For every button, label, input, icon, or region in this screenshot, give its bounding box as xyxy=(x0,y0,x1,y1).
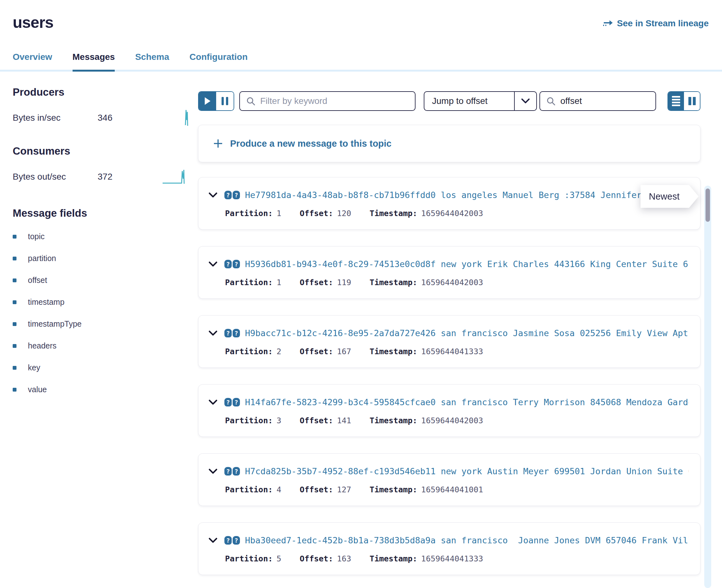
message-preview-text: H7cda825b-35b7-4952-88ef-c193d546eb11 ne… xyxy=(245,466,689,476)
timestamp-field: Timestamp: 1659644042003 xyxy=(370,278,483,287)
bytes-out-metric: Bytes out/sec 372 xyxy=(13,167,198,187)
bytes-in-sparkline xyxy=(183,109,191,127)
bytes-in-value: 346 xyxy=(98,113,112,123)
pause-icon xyxy=(222,97,228,105)
message-preview-text: He77981da-4a43-48ab-b8f8-cb71b96ffdd0 lo… xyxy=(245,190,683,200)
message-row[interactable]: ? ? He77981da-4a43-48ab-b8f8-cb71b96ffdd… xyxy=(198,177,700,230)
produce-message-label: Produce a new message to this topic xyxy=(230,139,391,149)
tab-messages[interactable]: Messages xyxy=(73,52,115,71)
produce-message-button[interactable]: Produce a new message to this topic xyxy=(198,125,700,162)
play-icon xyxy=(204,97,211,105)
field-bullet-icon xyxy=(13,322,17,326)
message-row[interactable]: ? ? H9bacc71c-b12c-4216-8e95-2a7da727e42… xyxy=(198,315,700,368)
play-button[interactable] xyxy=(199,92,216,110)
message-field-item: topic xyxy=(13,232,198,241)
newest-tooltip: Newest xyxy=(641,185,689,208)
message-row-header: ? ? Hba30eed7-1edc-452b-8b1a-738d3b5d8a9… xyxy=(209,536,689,545)
offset-search-input[interactable] xyxy=(560,96,649,106)
producers-heading: Producers xyxy=(13,86,198,98)
offset-field: Offset: 120 xyxy=(300,209,351,218)
expand-chevron-icon[interactable] xyxy=(209,399,218,405)
tab-schema[interactable]: Schema xyxy=(135,52,169,71)
list-view-icon xyxy=(672,96,680,106)
message-fields-heading: Message fields xyxy=(13,207,198,219)
page-header: users See in Stream lineage xyxy=(0,0,722,32)
offset-search-wrapper xyxy=(539,91,656,111)
partition-field: Partition: 1 xyxy=(225,209,282,218)
string-type-icon: ? ? xyxy=(224,398,240,406)
filter-keyword-input[interactable] xyxy=(260,96,409,106)
field-bullet-icon xyxy=(13,257,17,260)
partition-field: Partition: 2 xyxy=(225,347,282,356)
tab-overview[interactable]: Overview xyxy=(13,52,52,71)
search-icon xyxy=(546,97,555,105)
field-bullet-icon xyxy=(13,366,17,370)
field-bullet-icon xyxy=(13,300,17,304)
message-metadata: Partition: 1 Offset: 120 Timestamp: 1659… xyxy=(209,209,689,218)
expand-chevron-icon[interactable] xyxy=(209,192,218,198)
jump-to-offset-select[interactable]: Jump to offset xyxy=(424,91,537,111)
message-preview-text: H9bacc71c-b12c-4216-8e95-2a7da727e426 sa… xyxy=(245,328,689,338)
message-row[interactable]: ? ? Hba30eed7-1edc-452b-8b1a-738d3b5d8a9… xyxy=(198,522,700,575)
expand-chevron-icon[interactable] xyxy=(209,331,218,336)
offset-field: Offset: 163 xyxy=(300,554,351,563)
string-type-icon: ? ? xyxy=(224,260,240,268)
field-bullet-icon xyxy=(13,344,17,348)
offset-field: Offset: 119 xyxy=(300,278,351,287)
message-metadata: Partition: 4 Offset: 127 Timestamp: 1659… xyxy=(209,485,689,494)
partition-field: Partition: 4 xyxy=(225,485,282,494)
expand-chevron-icon[interactable] xyxy=(209,468,218,474)
message-field-item: offset xyxy=(13,276,198,285)
offset-field: Offset: 127 xyxy=(300,485,351,494)
string-type-icon: ? ? xyxy=(224,329,240,337)
partition-field: Partition: 1 xyxy=(225,278,282,287)
offset-field: Offset: 167 xyxy=(300,347,351,356)
message-row[interactable]: ? ? H14fa67fe-5823-4299-b3c4-595845cfcae… xyxy=(198,384,700,437)
bytes-out-sparkline xyxy=(163,169,191,185)
message-fields-list: topic partition offset timestamp timesta… xyxy=(13,232,198,394)
message-row-header: ? ? H7cda825b-35b7-4952-88ef-c193d546eb1… xyxy=(209,466,689,476)
bytes-in-label: Bytes in/sec xyxy=(13,113,98,123)
bytes-in-metric: Bytes in/sec 346 xyxy=(13,108,198,128)
message-row-header: ? ? H14fa67fe-5823-4299-b3c4-595845cfcae… xyxy=(209,397,689,407)
search-icon xyxy=(246,97,255,105)
timestamp-field: Timestamp: 1659644042003 xyxy=(370,209,483,218)
offset-field: Offset: 141 xyxy=(300,416,351,425)
string-type-icon: ? ? xyxy=(224,536,240,545)
message-row[interactable]: ? ? H5936db81-b943-4e0f-8c29-74513e0c0d8… xyxy=(198,246,700,299)
tab-configuration[interactable]: Configuration xyxy=(189,52,248,71)
column-view-button[interactable] xyxy=(684,92,700,110)
message-metadata: Partition: 5 Offset: 163 Timestamp: 1659… xyxy=(209,554,689,563)
list-view-button[interactable] xyxy=(668,92,684,110)
partition-field: Partition: 3 xyxy=(225,416,282,425)
expand-chevron-icon[interactable] xyxy=(209,261,218,267)
see-in-stream-lineage-link[interactable]: See in Stream lineage xyxy=(602,18,709,28)
field-bullet-icon xyxy=(13,235,17,238)
message-list-scrollbar[interactable] xyxy=(704,186,711,588)
main-panel: Jump to offset xyxy=(198,86,700,588)
string-type-icon: ? ? xyxy=(224,467,240,476)
field-bullet-icon xyxy=(13,388,17,392)
timestamp-field: Timestamp: 1659644041333 xyxy=(370,554,483,563)
view-mode-toggle xyxy=(667,91,700,111)
toolbar: Jump to offset xyxy=(198,91,700,111)
message-metadata: Partition: 2 Offset: 167 Timestamp: 1659… xyxy=(209,347,689,356)
sidebar: Producers Bytes in/sec 346 Consumers Byt… xyxy=(13,86,198,588)
page-title: users xyxy=(13,13,53,32)
pause-button[interactable] xyxy=(216,92,233,110)
message-row[interactable]: ? ? H7cda825b-35b7-4952-88ef-c193d546eb1… xyxy=(198,453,700,506)
bytes-out-label: Bytes out/sec xyxy=(13,172,98,182)
tab-bar: Overview Messages Schema Configuration xyxy=(0,52,722,71)
column-view-icon xyxy=(688,97,696,105)
message-metadata: Partition: 3 Offset: 141 Timestamp: 1659… xyxy=(209,416,689,425)
filter-input-wrapper xyxy=(239,91,415,111)
timestamp-field: Timestamp: 1659644041001 xyxy=(370,485,483,494)
message-field-item: key xyxy=(13,363,198,372)
scrollbar-thumb[interactable] xyxy=(705,189,710,222)
plus-icon xyxy=(213,139,223,149)
field-bullet-icon xyxy=(13,278,17,282)
timestamp-field: Timestamp: 1659644041333 xyxy=(370,347,483,356)
topic-messages-page: users See in Stream lineage Overview Mes… xyxy=(0,0,722,588)
string-type-icon: ? ? xyxy=(224,191,240,199)
expand-chevron-icon[interactable] xyxy=(209,538,218,543)
